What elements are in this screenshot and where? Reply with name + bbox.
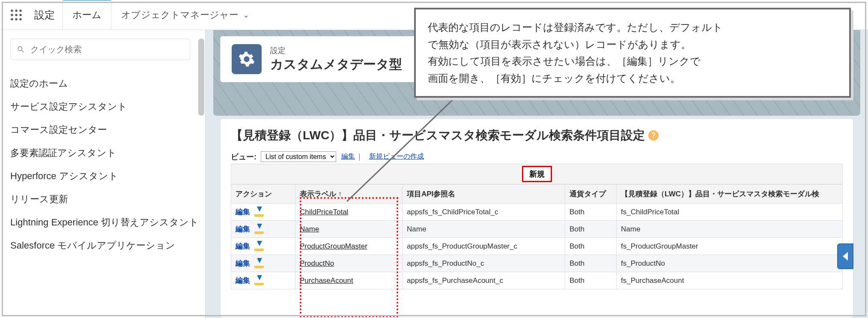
long-cell: Name (617, 221, 843, 238)
annotation-line: 有効にして項目を表示させたい場合は、［編集］リンクで (428, 53, 837, 70)
edit-link[interactable]: 編集 (236, 276, 250, 285)
page-eyebrow: 設定 (270, 45, 402, 56)
svg-point-1 (15, 9, 18, 12)
currency-cell: Both (565, 221, 617, 238)
annotation-box: 代表的な項目のレコードは登録済みです。ただし、デフォルト で無効な（項目が表示さ… (414, 8, 851, 98)
sidebar-item[interactable]: サービス設定アシスタント (10, 95, 205, 118)
svg-point-5 (19, 14, 22, 16)
currency-cell: Both (565, 272, 617, 289)
svg-point-6 (11, 18, 13, 21)
tab-object-manager[interactable]: オブジェクトマネージャー ⌄ (111, 0, 259, 30)
currency-cell: Both (565, 238, 617, 255)
tab-object-manager-label: オブジェクトマネージャー (121, 9, 239, 21)
col-currency[interactable]: 通貨タイプ (565, 185, 617, 204)
annotation-line: で無効な（項目が表示されない）レコードがあります。 (428, 36, 837, 53)
tab-home[interactable]: ホーム (63, 0, 111, 30)
edit-link[interactable]: 編集 (236, 225, 250, 233)
gear-icon (232, 44, 262, 74)
table-row: 編集ChildPriceTotalappsfs_fs_ChildPriceTot… (231, 204, 843, 221)
records-table: アクション 表示ラベル ↑ 項目API参照名 通貨タイプ 【見積登録（LWC）】… (231, 184, 843, 289)
edit-link[interactable]: 編集 (236, 259, 250, 267)
setup-sidebar: 設定のホームサービス設定アシスタントコマース設定センター多要素認証アシスタントH… (0, 30, 206, 318)
help-icon[interactable]: ? (648, 130, 659, 141)
download-icon[interactable] (254, 225, 265, 234)
app-launcher-icon[interactable] (6, 5, 27, 25)
svg-point-4 (15, 14, 18, 16)
table-row: 編集NameNameBothName (231, 221, 843, 238)
api-name-cell: appsfs_fs_ProductNo_c (403, 255, 565, 272)
view-label: ビュー: (231, 152, 257, 162)
col-action[interactable]: アクション (231, 185, 295, 204)
sidebar-item[interactable]: 多要素認証アシスタント (10, 141, 205, 165)
view-select[interactable]: List of custom items (261, 151, 336, 162)
edit-link[interactable]: 編集 (236, 208, 250, 216)
view-row: ビュー: List of custom items 編集 | 新規ビューの作成 (231, 151, 843, 162)
content-title: 【見積登録（LWC）】品目・サービスマスタ検索モーダル検索条件項目設定 ? (231, 127, 843, 144)
quick-find-box[interactable] (10, 39, 190, 60)
view-create-link[interactable]: 新規ビューの作成 (369, 152, 424, 161)
list-toolbar: 新規 (231, 164, 843, 184)
sidebar-scrollbar[interactable] (198, 39, 204, 116)
sidebar-item[interactable]: Hyperforce アシスタント (10, 165, 205, 188)
api-name-cell: appsfs_fs_ProductGroupMaster_c (403, 238, 565, 255)
separator: | (358, 152, 361, 161)
quick-find-input[interactable] (30, 44, 184, 55)
api-name-cell: appsfs_fs_PurchaseAcount_c (403, 272, 565, 289)
long-cell: fs_ChildPriceTotal (617, 204, 843, 221)
table-row: 編集ProductNoappsfs_fs_ProductNo_cBothfs_P… (231, 255, 843, 272)
record-label-link[interactable]: Name (300, 225, 319, 233)
table-row: 編集PurchaseAcountappsfs_fs_PurchaseAcount… (231, 272, 843, 289)
sidebar-item[interactable]: リリース更新 (10, 188, 205, 211)
long-cell: fs_PurchaseAcount (617, 272, 843, 289)
currency-cell: Both (565, 255, 617, 272)
view-edit-link[interactable]: 編集 (341, 152, 355, 161)
sidebar-item[interactable]: コマース設定センター (10, 118, 205, 141)
col-long[interactable]: 【見積登録（LWC）】品目・サービスマスタ検索モーダル検 (617, 185, 843, 204)
long-cell: fs_ProductNo (617, 255, 843, 272)
svg-point-3 (11, 14, 13, 16)
new-button[interactable]: 新規 (522, 166, 552, 182)
sidebar-item[interactable]: Lightning Experience 切り替えアシスタント (10, 211, 205, 234)
record-label-link[interactable]: ProductGroupMaster (300, 242, 367, 250)
search-icon (17, 45, 24, 54)
api-name-cell: Name (403, 221, 565, 238)
table-row: 編集ProductGroupMasterappsfs_fs_ProductGro… (231, 238, 843, 255)
svg-point-7 (15, 18, 18, 21)
svg-line-10 (22, 50, 24, 52)
svg-point-8 (19, 18, 22, 21)
download-icon[interactable] (254, 260, 265, 268)
col-label[interactable]: 表示ラベル ↑ (295, 185, 403, 204)
chevron-down-icon: ⌄ (243, 10, 249, 20)
sidebar-item[interactable]: Salesforce モバイルアプリケーション (10, 234, 205, 257)
download-icon[interactable] (254, 277, 265, 285)
svg-point-0 (11, 9, 13, 12)
expand-handle[interactable] (837, 243, 853, 269)
sidebar-item[interactable]: 設定のホーム (10, 72, 205, 95)
page-title: カスタムメタデータ型 (270, 56, 402, 73)
record-label-link[interactable]: ChildPriceTotal (300, 208, 348, 216)
api-name-cell: appsfs_fs_ChildPriceTotal_c (403, 204, 565, 221)
edit-link[interactable]: 編集 (236, 242, 250, 250)
annotation-line: 代表的な項目のレコードは登録済みです。ただし、デフォルト (428, 19, 837, 36)
col-api[interactable]: 項目API参照名 (403, 185, 565, 204)
content-title-text: 【見積登録（LWC）】品目・サービスマスタ検索モーダル検索条件項目設定 (231, 127, 645, 144)
currency-cell: Both (565, 204, 617, 221)
record-label-link[interactable]: ProductNo (300, 259, 334, 267)
annotation-line: 画面を開き、［有効］にチェックを付けてください。 (428, 70, 837, 87)
download-icon[interactable] (254, 243, 265, 251)
svg-point-9 (18, 47, 22, 51)
svg-point-2 (19, 9, 22, 12)
content-card: 【見積登録（LWC）】品目・サービスマスタ検索モーダル検索条件項目設定 ? ビュ… (220, 118, 853, 318)
long-cell: fs_ProductGroupMaster (617, 238, 843, 255)
record-label-link[interactable]: PurchaseAcount (300, 276, 353, 285)
app-title: 設定 (33, 8, 63, 22)
download-icon[interactable] (254, 208, 265, 217)
